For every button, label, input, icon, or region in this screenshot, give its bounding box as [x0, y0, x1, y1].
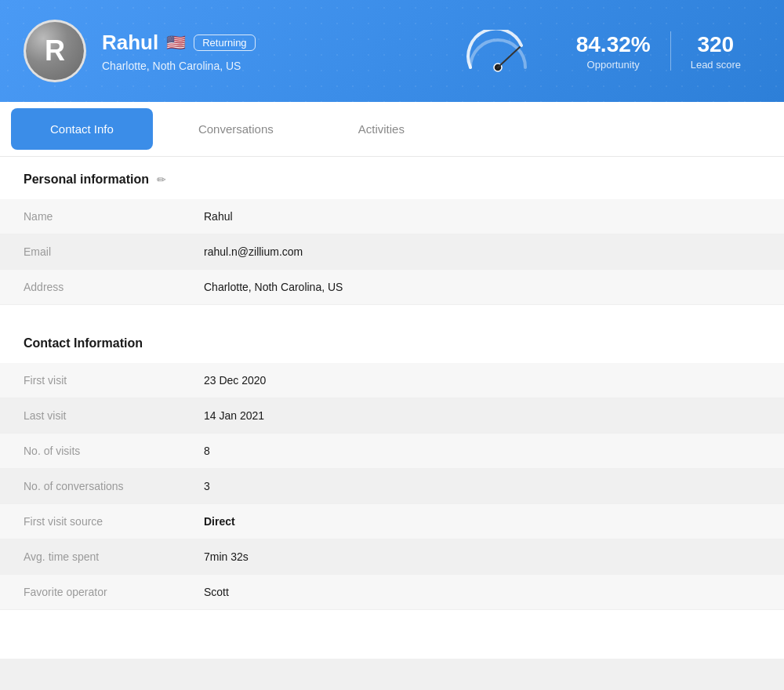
opportunity-label: Opportunity — [587, 59, 640, 71]
value-num-conversations: 3 — [188, 469, 226, 503]
label-first-visit-source: First visit source — [0, 504, 188, 539]
section-gap — [0, 305, 784, 321]
value-name: Rahul — [188, 199, 249, 234]
avatar-letter: R — [45, 34, 65, 67]
value-email: rahul.n@zillium.com — [188, 234, 318, 269]
info-row-name: Name Rahul — [0, 199, 784, 234]
info-row-last-visit: Last visit 14 Jan 2021 — [0, 398, 784, 434]
label-last-visit: Last visit — [0, 398, 188, 433]
lead-score-label: Lead score — [691, 59, 741, 71]
header-stats: 84.32% Opportunity 320 Lead score — [557, 31, 760, 71]
info-row-num-visits: No. of visits 8 — [0, 434, 784, 469]
svg-line-1 — [498, 47, 520, 67]
value-address: Charlotte, Noth Carolina, US — [188, 270, 358, 304]
label-address: Address — [0, 270, 188, 304]
value-favorite-operator: Scott — [188, 575, 245, 609]
label-email: Email — [0, 234, 188, 269]
personal-info-section-header: Personal information ✏ — [0, 157, 784, 199]
tab-contact-info[interactable]: Contact Info — [11, 108, 153, 150]
returning-badge: Returning — [194, 34, 255, 51]
value-avg-time: 7min 32s — [188, 539, 264, 574]
personal-info-table: Name Rahul Email rahul.n@zillium.com Add… — [0, 199, 784, 305]
content-area: Personal information ✏ Name Rahul Email … — [0, 157, 784, 659]
tab-activities[interactable]: Activities — [319, 108, 444, 150]
opportunity-stat: 84.32% Opportunity — [557, 32, 670, 71]
profile-header: R Rahul 🇺🇸 Returning Charlotte, Noth Car… — [0, 0, 784, 102]
header-info: Rahul 🇺🇸 Returning Charlotte, Noth Carol… — [102, 31, 256, 72]
info-row-avg-time: Avg. time spent 7min 32s — [0, 539, 784, 575]
value-last-visit: 14 Jan 2021 — [188, 398, 280, 433]
header-gauge-area: 84.32% Opportunity 320 Lead score — [463, 30, 760, 73]
tab-conversations[interactable]: Conversations — [159, 108, 313, 150]
lead-score-stat: 320 Lead score — [671, 32, 760, 71]
value-first-visit-source: Direct — [188, 504, 251, 539]
avatar: R — [24, 20, 86, 82]
contact-info-section-header: Contact Information — [0, 321, 784, 363]
label-first-visit: First visit — [0, 363, 188, 398]
value-first-visit: 23 Dec 2020 — [188, 363, 281, 398]
info-row-first-visit: First visit 23 Dec 2020 — [0, 363, 784, 398]
flag-icon: 🇺🇸 — [166, 33, 186, 52]
info-row-email: Email rahul.n@zillium.com — [0, 234, 784, 270]
lead-score-value: 320 — [697, 32, 734, 57]
info-row-favorite-operator: Favorite operator Scott — [0, 575, 784, 610]
gauge-container — [463, 30, 557, 73]
header-location: Charlotte, Noth Carolina, US — [102, 60, 256, 72]
info-row-first-visit-source: First visit source Direct — [0, 504, 784, 539]
tabs-container: Contact Info Conversations Activities — [0, 102, 784, 157]
value-num-visits: 8 — [188, 434, 226, 468]
label-num-conversations: No. of conversations — [0, 469, 188, 503]
label-num-visits: No. of visits — [0, 434, 188, 468]
label-favorite-operator: Favorite operator — [0, 575, 188, 609]
contact-name: Rahul — [102, 31, 158, 55]
contact-info-table: First visit 23 Dec 2020 Last visit 14 Ja… — [0, 363, 784, 610]
edit-icon[interactable]: ✏ — [157, 173, 166, 186]
info-row-address: Address Charlotte, Noth Carolina, US — [0, 270, 784, 305]
info-row-num-conversations: No. of conversations 3 — [0, 469, 784, 504]
label-name: Name — [0, 199, 188, 234]
label-avg-time: Avg. time spent — [0, 539, 188, 574]
header-name-row: Rahul 🇺🇸 Returning — [102, 31, 256, 55]
gauge-svg — [463, 30, 533, 73]
opportunity-value: 84.32% — [576, 32, 651, 57]
contact-info-title: Contact Information — [24, 336, 143, 350]
personal-info-title: Personal information — [24, 172, 149, 187]
avatar-inner: R — [26, 20, 84, 82]
